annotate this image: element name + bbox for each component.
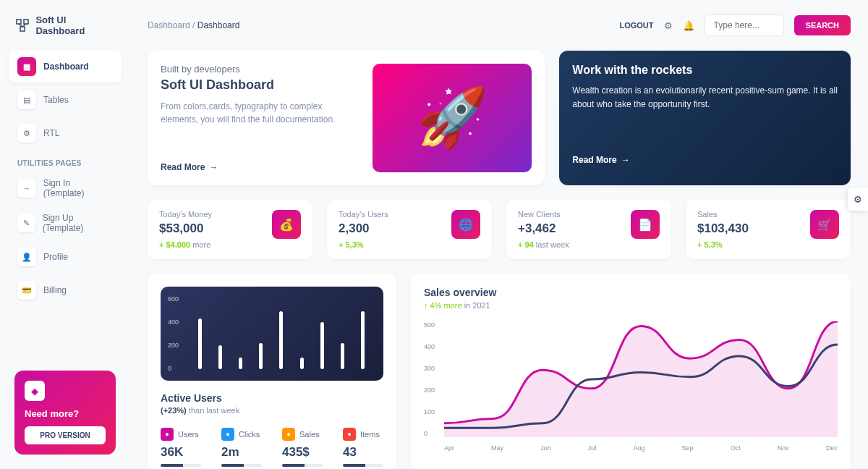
rtl-icon: ⚙ xyxy=(17,124,36,143)
sidebar-item-label: Profile xyxy=(43,252,68,262)
stat-label: Sales xyxy=(697,210,749,219)
bell-icon[interactable]: 🔔 xyxy=(683,20,694,31)
svg-rect-2 xyxy=(20,27,25,31)
active-users-title: Active Users xyxy=(161,392,383,404)
hero-card: Built by developers Soft UI Dashboard Fr… xyxy=(148,51,545,185)
sidebar-item-tables[interactable]: ▤ Tables xyxy=(9,84,122,116)
sidebar-item-label: Billing xyxy=(43,285,67,295)
sidebar-item-label: Dashboard xyxy=(43,62,89,72)
stat-card-money: Today's Money $53,000 + $4,000 more 💰 xyxy=(148,200,312,259)
breadcrumb-parent[interactable]: Dashboard xyxy=(148,20,190,30)
rockets-card: Work with the rockets Wealth creation is… xyxy=(559,51,851,185)
arrow-right-icon: → xyxy=(209,162,218,172)
stat-value: +3,462 xyxy=(518,221,569,236)
main-content: Dashboard / Dashboard LOGOUT ⚙ 🔔 SEARCH … xyxy=(130,0,868,469)
stat-card-clients: New Clients +3,462 + 94 last week 📄 xyxy=(506,200,671,259)
stat-change: + $4,000 more xyxy=(159,240,212,249)
rockets-title: Work with the rockets xyxy=(572,64,838,77)
globe-icon: 🌐 xyxy=(451,210,480,239)
svg-rect-1 xyxy=(24,20,28,24)
signin-icon: → xyxy=(17,179,36,198)
sidebar-section-header: UTILITIES PAGES xyxy=(9,151,122,172)
arrow-right-icon: → xyxy=(621,155,630,165)
hero-image: 🚀 xyxy=(373,64,532,172)
topbar-right: LOGOUT ⚙ 🔔 SEARCH xyxy=(619,14,851,36)
stat-label: Today's Users xyxy=(339,210,388,219)
money-icon: 💰 xyxy=(272,210,301,239)
sidebar-item-signin[interactable]: → Sign In (Template) xyxy=(9,172,122,205)
sidebar-item-label: RTL xyxy=(43,128,59,138)
search-input[interactable] xyxy=(705,14,784,36)
cart-icon: 🛒 xyxy=(810,210,839,239)
topbar: Dashboard / Dashboard LOGOUT ⚙ 🔔 SEARCH xyxy=(148,14,851,36)
read-more-link[interactable]: Read More → xyxy=(161,162,358,172)
stat-label: Today's Money xyxy=(159,210,212,219)
line-chart: 5004003002001000 AprMayJunJulAugSepOctNo… xyxy=(424,321,838,452)
stat-card-users: Today's Users 2,300 + 5,3% 🌐 xyxy=(327,200,492,259)
document-icon: 📄 xyxy=(631,210,660,239)
billing-icon: 💳 xyxy=(17,281,36,300)
hero-subtitle: Built by developers xyxy=(161,64,358,75)
sidebar: Soft UI Dashboard ▦ Dashboard ▤ Tables ⚙… xyxy=(0,0,130,469)
stat-label: New Clients xyxy=(518,210,569,219)
stat-card-sales: Sales $103,430 + 5,3% 🛒 xyxy=(686,200,851,259)
pro-version-button[interactable]: PRO VERSION xyxy=(25,426,106,444)
rockets-description: Wealth creation is an evolutionarily rec… xyxy=(572,84,838,111)
settings-float-button[interactable]: ⚙ xyxy=(848,188,868,211)
gear-icon[interactable]: ⚙ xyxy=(664,20,673,31)
breadcrumb: Dashboard / Dashboard xyxy=(148,20,239,30)
read-more-link[interactable]: Read More → xyxy=(572,155,838,165)
metric-items: ●Items 43 xyxy=(343,428,383,467)
stat-change: + 5,3% xyxy=(697,240,749,249)
search-button[interactable]: SEARCH xyxy=(794,15,851,35)
stat-change: + 5,3% xyxy=(339,240,388,249)
arrow-up-icon: ↑ xyxy=(424,301,430,310)
svg-rect-0 xyxy=(17,20,21,24)
sales-subtitle: ↑ 4% more in 2021 xyxy=(424,301,838,310)
diamond-icon: ◆ xyxy=(25,381,45,401)
sidebar-item-label: Sign In (Template) xyxy=(43,178,113,198)
stat-change: + 94 last week xyxy=(518,240,569,249)
brand-text: Soft UI Dashboard xyxy=(35,14,116,36)
bar-chart: 6004002000 xyxy=(161,287,383,381)
hero-title: Soft UI Dashboard xyxy=(161,77,358,93)
brand-logo[interactable]: Soft UI Dashboard xyxy=(9,14,122,51)
tables-icon: ▤ xyxy=(17,90,36,109)
breadcrumb-current: Dashboard xyxy=(197,20,240,30)
sidebar-item-signup[interactable]: ✎ Sign Up (Template) xyxy=(9,206,122,240)
active-users-subtitle: (+23%) than last week xyxy=(161,406,383,415)
sidebar-item-dashboard[interactable]: ▦ Dashboard xyxy=(9,51,122,83)
sidebar-item-label: Tables xyxy=(43,95,69,105)
profile-icon: 👤 xyxy=(17,248,36,266)
rocket-icon: 🚀 xyxy=(416,84,488,152)
sidebar-item-label: Sign Up (Template) xyxy=(43,213,113,233)
sales-title: Sales overview xyxy=(424,287,838,298)
metric-clicks: ●Clicks 2m xyxy=(221,428,262,467)
sales-overview-card: Sales overview ↑ 4% more in 2021 5004003… xyxy=(411,274,851,469)
active-users-card: 6004002000 Active Users (+23%) than last… xyxy=(148,274,396,469)
stat-value: $53,000 xyxy=(159,221,212,236)
stats-row: Today's Money $53,000 + $4,000 more 💰 To… xyxy=(148,200,851,259)
sidebar-item-profile[interactable]: 👤 Profile xyxy=(9,241,122,273)
logout-link[interactable]: LOGOUT xyxy=(619,21,653,30)
sidebar-item-rtl[interactable]: ⚙ RTL xyxy=(9,117,122,149)
stat-value: $103,430 xyxy=(697,221,749,236)
dashboard-icon: ▦ xyxy=(17,57,36,76)
stat-value: 2,300 xyxy=(339,221,388,236)
logo-icon xyxy=(14,17,30,33)
promo-card: ◆ Need more? PRO VERSION xyxy=(14,371,116,455)
gear-icon: ⚙ xyxy=(854,194,862,205)
promo-title: Need more? xyxy=(25,408,106,419)
hero-description: From colors,cards, typography to complex… xyxy=(161,100,358,126)
metric-users: ●Users 36K xyxy=(161,428,201,467)
sidebar-item-billing[interactable]: 💳 Billing xyxy=(9,274,122,306)
metric-sales: ●Sales 435$ xyxy=(282,428,323,467)
signup-icon: ✎ xyxy=(17,214,35,232)
